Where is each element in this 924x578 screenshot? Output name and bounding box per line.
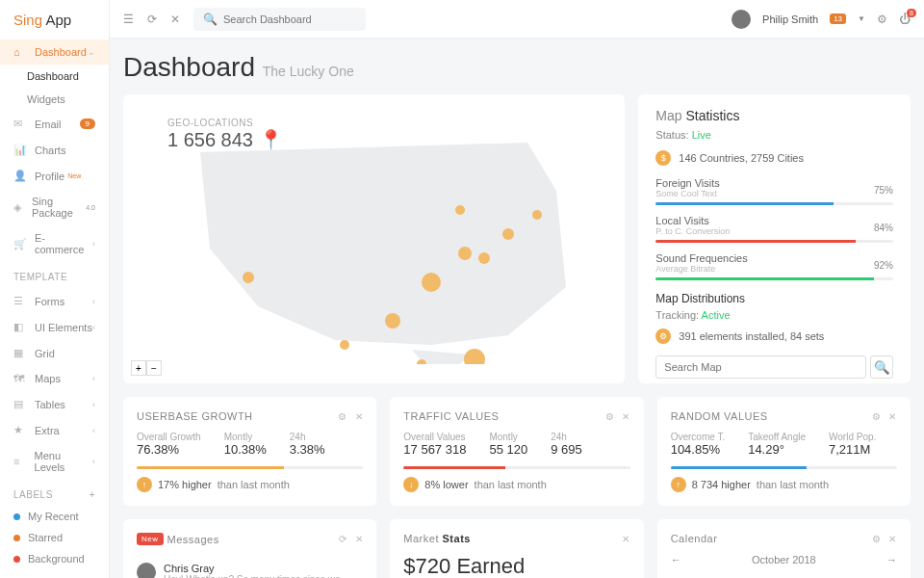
traffic-overall: Overall Values17 567 318 [403, 432, 466, 457]
messages-header: Messages [167, 534, 219, 545]
random-header: RANDOM VALUES [671, 410, 768, 422]
add-label-button[interactable]: + [90, 489, 95, 500]
subnav-dashboard[interactable]: Dashboard [13, 65, 109, 88]
svg-point-2 [385, 313, 400, 328]
growth-monthly: Montly10.38% [224, 432, 267, 457]
nav-dashboard-label: Dashboard [35, 46, 87, 58]
user-avatar[interactable] [732, 10, 751, 29]
close-icon[interactable]: ✕ [622, 411, 630, 422]
dot-icon [13, 556, 20, 563]
notif-icon[interactable]: ⏻8 [899, 13, 911, 26]
nav-ecommerce[interactable]: 🛒 E-commerce ‹ [0, 225, 109, 262]
random-card: RANDOM VALUES⚙✕ Overcome T.104.85% Takeo… [657, 397, 911, 506]
gear-icon[interactable]: ⚙ [877, 13, 887, 26]
home-icon: ⌂ [13, 46, 27, 58]
user-name[interactable]: Philip Smith [762, 13, 818, 25]
countries-stat: $146 Countries, 2759 Cities [655, 150, 893, 166]
search-icon: 🔍 [203, 13, 218, 26]
nav-extra[interactable]: ★Extra‹ [0, 417, 109, 443]
cube-icon: ◈ [13, 201, 24, 214]
close-icon[interactable]: ✕ [355, 411, 364, 422]
geo-value: 1 656 843 📍 [167, 128, 283, 151]
status-value: Live [692, 129, 711, 141]
message-item[interactable]: Chris GrayHey! What's up? So many times … [137, 555, 363, 578]
search-input[interactable] [223, 13, 356, 25]
random-overcome: Overcome T.104.85% [671, 432, 726, 457]
cal-day-header: S [671, 573, 702, 578]
us-map[interactable] [142, 114, 604, 364]
map-icon: 🗺 [13, 373, 27, 384]
random-takeoff: Takeoff Angle14.29° [748, 432, 806, 457]
gear-icon[interactable]: ⚙ [338, 411, 347, 422]
gear-icon[interactable]: ⚙ [872, 534, 882, 544]
close-icon[interactable]: ✕ [355, 534, 364, 544]
gear-icon[interactable]: ⚙ [605, 411, 615, 422]
page-title: Dashboard The Lucky One [123, 52, 911, 83]
gear-icon[interactable]: ⚙ [872, 411, 882, 422]
topbar-right: Philip Smith 13 ▼ ⚙ ⏻8 [732, 10, 911, 29]
zoom-in-button[interactable]: + [131, 360, 146, 376]
close-icon[interactable]: ✕ [170, 13, 180, 26]
nav-email-label: Email [35, 118, 62, 130]
random-pop: World Pop.7,211M [829, 432, 876, 457]
nav-maps[interactable]: 🗺Maps‹ [0, 366, 109, 391]
close-icon[interactable]: ✕ [622, 534, 630, 544]
calendar-head: ← October 2018 → [671, 554, 897, 565]
extra-icon: ★ [13, 424, 27, 436]
label-starred[interactable]: Starred [0, 527, 109, 548]
calendar-month: October 2018 [752, 554, 816, 565]
svg-point-8 [502, 228, 514, 240]
zoom-out-button[interactable]: − [146, 360, 162, 376]
growth-overall: Overall Growth76.38% [137, 432, 201, 457]
svg-point-5 [458, 247, 472, 260]
label-recent[interactable]: My Recent [0, 506, 109, 527]
elements-stat: ⚙391 elements installed, 84 sets [655, 328, 893, 344]
nav-tables[interactable]: ▤Tables‹ [0, 391, 109, 417]
market-amount: $720 Earned [403, 554, 629, 578]
map-search-button[interactable]: 🔍 [870, 355, 893, 379]
gear-circle-icon: ⚙ [655, 328, 671, 344]
geo-stat: GEO-LOCATIONS 1 656 843 📍 [167, 118, 283, 151]
nav-ui[interactable]: ◧UI Elements‹ [0, 314, 109, 340]
close-icon[interactable]: ✕ [888, 411, 897, 422]
app-logo: Sing App [0, 12, 109, 39]
growth-trend: ↑17% higherthan last month [137, 477, 363, 492]
tracking-line: Tracking: Active [655, 309, 893, 321]
pin-icon: 📍 [259, 129, 283, 150]
stats-card: Map Statistics Status: Live $146 Countri… [638, 94, 911, 383]
map-search-input[interactable] [655, 355, 866, 379]
nav-package[interactable]: ◈ Sing Package 4.0 [0, 189, 109, 225]
dot-icon [13, 513, 20, 520]
nav-charts[interactable]: 📊 Charts [0, 137, 109, 163]
nav-grid[interactable]: ▦Grid [0, 340, 109, 366]
form-icon: ☰ [13, 295, 27, 307]
mail-icon: ✉ [13, 118, 27, 130]
menu-icon[interactable]: ☰ [123, 13, 134, 26]
user-caret-icon[interactable]: ▼ [858, 14, 865, 23]
chart-icon: 📊 [13, 144, 27, 156]
sidebar: Sing App ⌂ Dashboard ⌄ Dashboard Widgets… [0, 0, 110, 578]
close-icon[interactable]: ✕ [888, 534, 897, 544]
growth-card: USERBASE GROWTH⚙✕ Overall Growth76.38% M… [123, 397, 376, 506]
nav-email[interactable]: ✉ Email 9 [0, 111, 109, 137]
label-background[interactable]: Background [0, 548, 109, 569]
refresh-icon[interactable]: ⟳ [147, 13, 157, 26]
svg-point-9 [532, 210, 542, 220]
subnav-widgets[interactable]: Widgets [13, 88, 109, 111]
refresh-icon[interactable]: ⟳ [339, 534, 347, 544]
nav-forms[interactable]: ☰Forms‹ [0, 288, 109, 314]
prev-month-button[interactable]: ← [671, 554, 681, 565]
nav-dashboard-sub: Dashboard Widgets [0, 65, 109, 111]
next-month-button[interactable]: → [886, 554, 897, 565]
template-header: TEMPLATE [0, 262, 109, 288]
nav-profile[interactable]: 👤 Profile New [0, 163, 109, 189]
msg-avatar [137, 563, 156, 578]
svg-point-10 [464, 349, 485, 364]
nav-dashboard[interactable]: ⌂ Dashboard ⌄ [0, 39, 109, 65]
map-zoom: + − [131, 360, 162, 376]
search-box: 🔍 [193, 8, 366, 31]
content: Dashboard The Lucky One GEO-LOCATIONS 1 … [110, 39, 924, 578]
nav-menu-levels[interactable]: ≡Menu Levels‹ [0, 443, 109, 480]
up-icon: ↑ [137, 477, 152, 492]
foreign-visits: Foreign VisitsSome Cool Text75% [655, 177, 893, 205]
